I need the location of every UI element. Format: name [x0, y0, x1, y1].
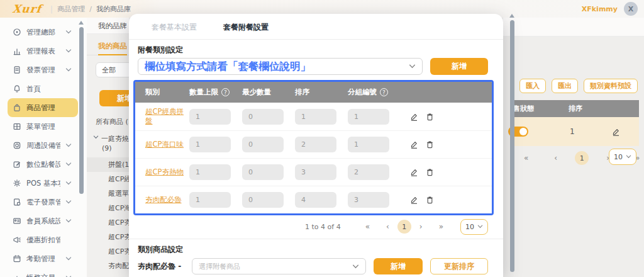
prev-page-button[interactable]: ‹: [554, 154, 557, 162]
filter-all-select[interactable]: 全部: [96, 62, 129, 77]
delete-icon[interactable]: [425, 112, 435, 122]
edit-icon[interactable]: [409, 195, 419, 205]
scrollbar-thumb[interactable]: [79, 27, 84, 194]
tab-combo-basic[interactable]: 套餐基本設置: [152, 22, 197, 33]
update-sort-button[interactable]: 更新排序: [430, 258, 488, 274]
help-icon[interactable]: ?: [380, 88, 388, 96]
first-page-button[interactable]: «: [524, 154, 528, 162]
product-row: 1: [512, 117, 639, 146]
category-list-item[interactable]: 超CP夯: [87, 230, 129, 244]
chevron-down-icon: [65, 68, 72, 72]
sidebar-item-megaphone[interactable]: 優惠折扣管理: [8, 230, 77, 249]
max-qty-input[interactable]: [189, 192, 231, 208]
category-list-item[interactable]: 超CP夯: [87, 244, 129, 259]
sidebar-item-member[interactable]: 會員系統設定: [8, 212, 77, 230]
breadcrumb-section[interactable]: 商品管理: [57, 4, 85, 14]
next-page-button[interactable]: ›: [419, 222, 423, 231]
category-preset-button[interactable]: 類別資料預設: [584, 79, 638, 93]
sidebar-item-document[interactable]: 發票管理: [8, 60, 77, 79]
sort-input[interactable]: [295, 109, 336, 125]
sidebar-item-invoice[interactable]: 電子發票管理: [8, 193, 77, 212]
scroll-up-arrow-icon[interactable]: [79, 21, 84, 25]
category-group-label: 一庭夯燒: [101, 134, 129, 144]
category-link[interactable]: 夯肉配必魯: [145, 195, 182, 204]
scrollbar-thumb[interactable]: [510, 20, 514, 272]
tab-combo-attachment[interactable]: 套餐附餐設置: [223, 22, 269, 33]
my-products-tab[interactable]: 我的商品: [98, 42, 127, 55]
sidebar-scrollbar[interactable]: [79, 21, 84, 194]
category-group[interactable]: 一庭夯燒: [93, 134, 129, 144]
category-link[interactable]: 超CP海口味: [145, 140, 184, 149]
add-product-button[interactable]: 新增: [374, 258, 423, 274]
category-list-item[interactable]: 超CP經: [87, 172, 129, 186]
attachment-category-select[interactable]: 欄位填寫方式請看「套餐欄位說明」: [138, 58, 423, 75]
sidebar-item-target[interactable]: 管理總部: [8, 23, 77, 42]
edit-icon[interactable]: [409, 140, 419, 149]
max-qty-input[interactable]: [189, 109, 231, 125]
sidebar-item-label: 商品管理: [26, 103, 62, 113]
bell-icon: [13, 84, 21, 93]
category-link[interactable]: 超CP經典拼盤: [145, 107, 184, 125]
page-size-select[interactable]: 10: [460, 219, 488, 235]
add-category-button[interactable]: 新增: [430, 58, 488, 75]
sidebar-item-label: 帳務交易: [26, 273, 60, 277]
category-list-item[interactable]: 嚴選單: [87, 186, 129, 201]
last-page-button[interactable]: »: [439, 222, 443, 231]
max-qty-input[interactable]: [189, 137, 231, 152]
sort-input[interactable]: [295, 192, 336, 208]
help-icon[interactable]: ?: [221, 88, 230, 96]
edit-icon[interactable]: [611, 127, 621, 137]
attachment-product-select[interactable]: 選擇附餐商品: [192, 258, 366, 274]
add-product-button[interactable]: 新增: [99, 90, 129, 106]
min-qty-input[interactable]: [242, 164, 284, 180]
page-size-select[interactable]: 10: [609, 149, 636, 165]
category-list-item[interactable]: 超CP海: [87, 201, 129, 215]
page-scrollbar[interactable]: [509, 14, 514, 272]
username[interactable]: XFkimmy: [582, 5, 618, 13]
delete-icon[interactable]: [425, 140, 435, 149]
group-no-input[interactable]: [348, 192, 389, 208]
category-list-item[interactable]: 夯肉配: [87, 259, 129, 273]
breadcrumb: | 商品管理 / 我的商品庫: [50, 4, 131, 14]
sidebar-item-gear[interactable]: POS 基本功能: [8, 174, 77, 193]
category-list-item[interactable]: 其他(1: [87, 273, 129, 277]
first-page-button[interactable]: «: [365, 222, 370, 231]
avatar[interactable]: X: [624, 2, 638, 16]
sidebar-item-label: 電子發票管理: [26, 198, 60, 207]
sort-input[interactable]: [295, 137, 336, 152]
import-button[interactable]: 匯入: [519, 79, 546, 93]
delete-icon[interactable]: [425, 195, 435, 205]
edit-icon[interactable]: [409, 167, 419, 177]
brand-tab[interactable]: 我的品牌: [87, 18, 129, 34]
group-no-input[interactable]: [348, 109, 389, 125]
group-no-input[interactable]: [348, 164, 389, 180]
sort-input[interactable]: [295, 164, 336, 180]
sidebar-item-printer[interactable]: 周邊設備管理: [8, 136, 77, 155]
category-link[interactable]: 超CP夯熱物: [145, 167, 184, 176]
group-no-input[interactable]: [348, 137, 389, 152]
column-min-qty: 最少數量: [242, 88, 271, 97]
category-group-count: (9): [102, 144, 129, 152]
min-qty-input[interactable]: [242, 137, 284, 152]
prev-page-button[interactable]: ‹: [386, 222, 389, 231]
min-qty-input[interactable]: [242, 192, 284, 208]
category-list-item[interactable]: 拼盤(1: [87, 157, 129, 172]
sidebar-item-table[interactable]: 菜單管理: [8, 117, 77, 136]
sidebar-item-calendar[interactable]: 考勤管理: [8, 249, 77, 268]
category-list-item[interactable]: 超CP夯: [87, 215, 129, 230]
sidebar-item-bag[interactable]: 商品管理: [8, 98, 78, 117]
delete-icon[interactable]: [425, 167, 435, 177]
sidebar-item-bars[interactable]: 帳務交易: [8, 268, 77, 277]
min-qty-input[interactable]: [242, 109, 284, 125]
sidebar-item-bell[interactable]: 首頁: [8, 79, 77, 98]
edit-icon[interactable]: [409, 112, 419, 122]
sidebar-item-edit[interactable]: 數位點餐設定: [8, 155, 77, 174]
max-qty-input[interactable]: [189, 164, 231, 180]
sidebar-item-chart[interactable]: 管理報表: [8, 42, 77, 60]
export-button[interactable]: 匯出: [552, 79, 578, 93]
scroll-up-arrow-icon[interactable]: [509, 14, 514, 18]
current-page[interactable]: 1: [575, 151, 589, 165]
chevron-down-icon: [477, 225, 483, 229]
all-products-label[interactable]: 所有商品 (1): [96, 117, 129, 127]
current-page[interactable]: 1: [397, 220, 411, 234]
